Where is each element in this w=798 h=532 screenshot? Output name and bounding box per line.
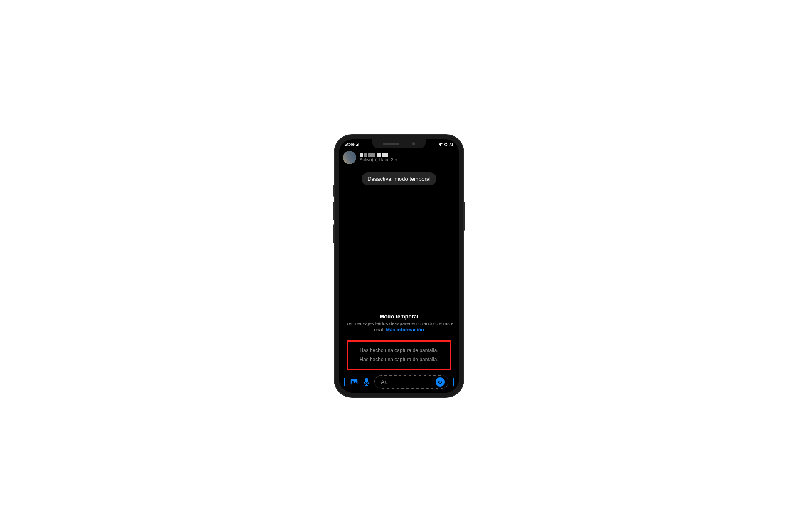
svg-point-10 bbox=[438, 381, 439, 382]
side-button-power bbox=[463, 202, 465, 231]
svg-point-6 bbox=[352, 381, 354, 382]
vanish-mode-title: Modo temporal bbox=[343, 313, 455, 320]
chat-header[interactable]: Activo(a) Hace 2 h bbox=[339, 149, 459, 167]
send-like-edge[interactable] bbox=[453, 378, 454, 386]
signal-icon bbox=[356, 143, 361, 146]
emoji-icon[interactable] bbox=[436, 377, 445, 387]
status-back-app[interactable]: Store bbox=[345, 142, 355, 147]
system-message: Has hecho una captura de pantalla. bbox=[351, 346, 447, 355]
annotation-highlight-box: Has hecho una captura de pantalla. Has h… bbox=[347, 340, 451, 370]
chat-body: Desactivar modo temporal Modo temporal L… bbox=[339, 167, 459, 393]
side-button-volume-up bbox=[333, 202, 335, 220]
message-input-bar: Aa bbox=[341, 373, 457, 393]
active-status: Activo(a) Hace 2 h bbox=[360, 157, 397, 162]
screen: Store 71 bbox=[339, 139, 459, 393]
svg-rect-1 bbox=[357, 144, 358, 146]
svg-point-11 bbox=[441, 381, 441, 382]
more-info-link[interactable]: Más información bbox=[386, 327, 424, 332]
svg-rect-7 bbox=[365, 378, 368, 383]
svg-rect-2 bbox=[358, 143, 359, 146]
system-message: Has hecho una captura de pantalla. bbox=[351, 355, 447, 364]
disable-vanish-mode-button[interactable]: Desactivar modo temporal bbox=[362, 172, 436, 185]
side-button-silence bbox=[333, 185, 335, 197]
input-placeholder: Aa bbox=[381, 379, 432, 385]
location-icon bbox=[439, 143, 443, 146]
more-actions-edge[interactable] bbox=[344, 378, 345, 386]
gallery-icon[interactable] bbox=[350, 377, 359, 387]
side-button-volume-down bbox=[333, 224, 335, 243]
svg-rect-0 bbox=[356, 145, 357, 146]
message-input[interactable]: Aa bbox=[374, 375, 448, 389]
phone-frame: Store 71 bbox=[335, 135, 463, 397]
microphone-icon[interactable] bbox=[363, 377, 370, 387]
contact-name bbox=[360, 153, 397, 157]
vanish-mode-info: Modo temporal Los mensajes leídos desapa… bbox=[341, 313, 457, 333]
svg-rect-3 bbox=[360, 143, 360, 146]
battery-percentage: 71 bbox=[449, 142, 453, 147]
avatar[interactable] bbox=[343, 151, 356, 164]
alarm-icon bbox=[444, 143, 448, 146]
notch bbox=[372, 139, 426, 148]
